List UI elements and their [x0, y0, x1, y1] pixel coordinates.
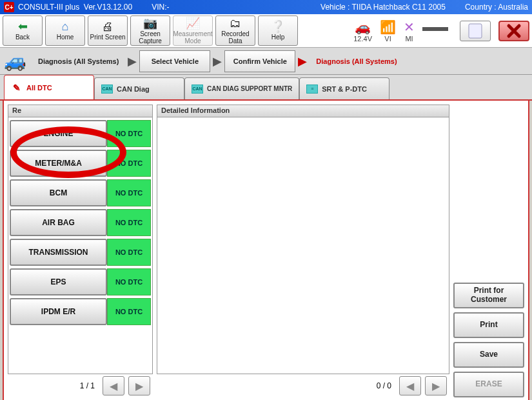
breadcrumb: 🚙 Diagnosis (All Systems) ▶ Select Vehic… — [0, 48, 532, 75]
chevron-right-icon: ▶ — [297, 54, 308, 68]
blank-icon — [466, 21, 484, 41]
breadcrumb-step-diagnosis-active: Diagnosis (All Systems) — [310, 50, 403, 72]
system-status: NO DTC — [107, 239, 151, 266]
system-row: EPSNO DTC — [10, 268, 151, 295]
system-row: AIR BAGNO DTC — [10, 209, 151, 236]
detail-header: Detailed Information — [157, 105, 449, 117]
breadcrumb-step-diagnosis: Diagnosis (All Systems) — [32, 50, 125, 72]
detail-body — [157, 117, 449, 374]
x-icon: ✕ — [404, 19, 415, 35]
system-button-ipdm-e-r[interactable]: IPDM E/R — [10, 298, 107, 325]
home-icon: ⌂ — [62, 21, 69, 34]
system-list-panel: Re ENGINENO DTCMETER/M&ANO DTCBCMNO DTCA… — [8, 105, 153, 397]
chevron-right-icon: ▶ — [212, 54, 223, 68]
system-row: IPDM E/RNO DTC — [10, 298, 151, 325]
help-icon: ❔ — [271, 21, 285, 34]
srt-icon: ≡ — [306, 85, 318, 94]
camera-icon: 📷 — [143, 17, 157, 30]
recorded-data-button[interactable]: 🗂 Recorded Data — [215, 15, 255, 46]
can-icon: CAN — [101, 85, 113, 94]
detail-panel: Detailed Information 0 / 0 ◀ ▶ — [157, 105, 449, 397]
mi-status: ✕ MI — [404, 19, 415, 43]
detail-pager-label: 0 / 0 — [377, 381, 391, 390]
system-button-transmission[interactable]: TRANSMISSION — [10, 239, 107, 266]
battery-icon: ▬▬ — [422, 19, 448, 34]
system-list-header: Re — [8, 105, 153, 117]
main-panel: Re ENGINENO DTCMETER/M&ANO DTCBCMNO DTCA… — [3, 99, 529, 400]
system-list: ENGINENO DTCMETER/M&ANO DTCBCMNO DTCAIR … — [8, 117, 153, 374]
printer-icon: 🖨 — [102, 21, 113, 34]
erase-button[interactable]: ERASE — [453, 372, 524, 397]
system-status: NO DTC — [107, 120, 151, 147]
detail-pager: 0 / 0 ◀ ▶ — [157, 374, 449, 397]
vin-label: VIN:- — [152, 3, 169, 12]
back-arrow-icon: ⬅ — [18, 21, 28, 34]
system-status: NO DTC — [107, 209, 151, 236]
system-button-bcm[interactable]: BCM — [10, 179, 107, 206]
app-icon: C+ — [4, 2, 14, 12]
recorded-data-icon: 🗂 — [230, 17, 241, 30]
close-icon — [505, 22, 523, 40]
breadcrumb-step-confirm-vehicle[interactable]: Confirm Vehicle — [224, 50, 295, 72]
system-status: NO DTC — [107, 268, 151, 295]
chevron-right-icon: ▶ — [126, 54, 138, 68]
system-status: NO DTC — [107, 298, 151, 325]
title-bar: C+ CONSULT-III plus Ver.V13.12.00 VIN:- … — [0, 0, 532, 14]
next-page-button[interactable]: ▶ — [128, 376, 150, 395]
screen-capture-button[interactable]: 📷 Screen Capture — [130, 15, 170, 46]
tab-can-diag[interactable]: CAN CAN Diag — [94, 77, 184, 99]
detail-next-button[interactable]: ▶ — [425, 376, 447, 395]
tabs-row: ✎ All DTC CAN CAN Diag CAN CAN DIAG SUPP… — [0, 75, 532, 101]
system-row: METER/M&ANO DTC — [10, 150, 151, 177]
measurement-mode-button: 📈 Measurement Mode — [173, 15, 213, 46]
system-status: NO DTC — [107, 150, 151, 177]
dtc-icon: ✎ — [11, 83, 23, 92]
prev-page-button[interactable]: ◀ — [103, 376, 124, 395]
battery-status: ▬▬ — [422, 19, 448, 42]
system-button-air-bag[interactable]: AIR BAG — [10, 209, 107, 236]
action-panel: Print for Customer Print Save ERASE — [453, 105, 524, 397]
diagnosis-car-icon: 🚙 — [4, 50, 26, 72]
blank-button[interactable] — [460, 21, 491, 41]
signal-icon: 📶 — [380, 19, 396, 35]
vehicle-label: Vehicle : TIIDA Hatchback C11 2005 — [320, 3, 446, 12]
system-button-eps[interactable]: EPS — [10, 268, 107, 295]
can-icon: CAN — [192, 85, 203, 94]
system-button-engine[interactable]: ENGINE — [10, 120, 107, 147]
breadcrumb-step-select-vehicle[interactable]: Select Vehicle — [139, 50, 210, 72]
help-button[interactable]: ❔ Help — [258, 15, 298, 46]
system-row: ENGINENO DTC — [10, 120, 151, 147]
detail-prev-button[interactable]: ◀ — [399, 376, 421, 395]
country-label: Country : Australia — [465, 3, 528, 12]
system-list-pager: 1 / 1 ◀ ▶ — [8, 374, 153, 397]
app-name: CONSULT-III plus — [18, 3, 79, 12]
system-row: BCMNO DTC — [10, 179, 151, 206]
voltage-status: 🚗 12.4V — [353, 19, 372, 43]
print-customer-button[interactable]: Print for Customer — [453, 283, 524, 308]
status-area: 🚗 12.4V 📶 VI ✕ MI ▬▬ — [300, 15, 529, 46]
app-version: Ver.V13.12.00 — [84, 3, 132, 12]
pager-label: 1 / 1 — [80, 381, 95, 390]
svg-rect-0 — [469, 24, 482, 38]
tab-can-support-mntr[interactable]: CAN CAN DIAG SUPPORT MNTR — [184, 77, 299, 99]
tab-srt-pdtc[interactable]: ≡ SRT & P-DTC — [299, 77, 389, 99]
system-button-meter-m-a[interactable]: METER/M&A — [10, 150, 107, 177]
save-button[interactable]: Save — [453, 342, 524, 368]
measurement-icon: 📈 — [186, 17, 200, 30]
toolbar: ⬅ Back ⌂ Home 🖨 Print Screen 📷 Screen Ca… — [0, 14, 532, 48]
car-icon: 🚗 — [355, 19, 371, 35]
close-button[interactable] — [498, 21, 529, 41]
system-status: NO DTC — [107, 179, 151, 206]
print-button[interactable]: Print — [453, 312, 524, 338]
vi-status: 📶 VI — [380, 19, 396, 43]
home-button[interactable]: ⌂ Home — [45, 15, 85, 46]
back-button[interactable]: ⬅ Back — [3, 15, 43, 46]
system-row: TRANSMISSIONNO DTC — [10, 239, 151, 266]
tab-all-dtc[interactable]: ✎ All DTC — [4, 75, 94, 99]
print-screen-button[interactable]: 🖨 Print Screen — [88, 15, 128, 46]
